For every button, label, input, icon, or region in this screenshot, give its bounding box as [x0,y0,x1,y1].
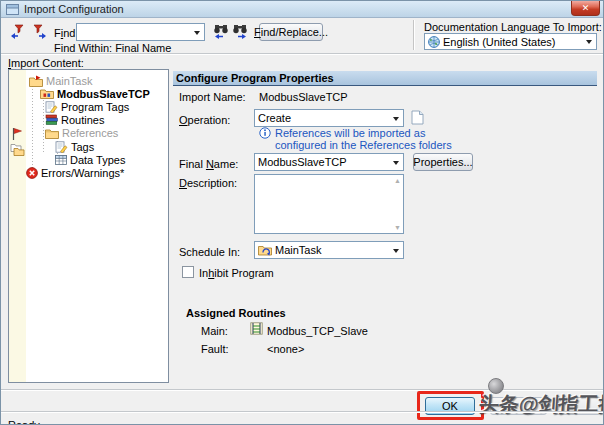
tree-item[interactable]: ModbusSlaveTCP [40,87,150,100]
ok-button[interactable]: OK [425,397,475,415]
references-info-line1: References will be imported as [275,127,425,139]
final-name-combobox[interactable]: ModbusSlaveTCP [254,153,404,171]
tree-connector [43,94,44,154]
fault-routine-label: Fault: [201,343,229,355]
title-bar: Import Configuration [1,1,603,18]
tree-item-label: References [62,127,118,139]
import-name-label: Import Name: [179,91,246,103]
tags-icon [55,141,68,153]
assigned-routines-header: Assigned Routines [186,307,286,319]
tree-margin-strip [9,70,26,382]
flag-icon[interactable] [11,127,23,143]
tree-item[interactable]: Errors/Warnings* [26,166,124,179]
chevron-down-icon[interactable] [189,24,204,40]
inhibit-program-checkbox[interactable] [182,266,194,278]
fault-routine-value: <none> [267,343,304,355]
tree-item[interactable]: Program Tags [45,100,129,113]
footer-separator [1,389,603,390]
close-button[interactable]: ✕ [571,1,600,16]
chevron-down-icon[interactable] [388,110,403,126]
operation-combobox[interactable]: Create [254,109,404,127]
properties-button[interactable]: Properties... [413,153,473,171]
doc-language-combobox[interactable]: English (United States) [424,33,597,50]
toolbar-separator [1,53,603,54]
import-configuration-dialog: Import Configuration ✕ Find: Find/Replac… [0,0,604,425]
import-tree[interactable]: MainTaskModbusSlaveTCPProgram TagsRoutin… [8,69,169,383]
scroll-down-icon[interactable]: ▼ [394,224,401,231]
import-content-label: Import Content: [8,57,84,69]
find-combobox[interactable] [76,23,205,41]
chevron-down-icon[interactable] [388,154,403,170]
watermark-text: 头条@剑指工控 [478,391,604,418]
data-types-icon [55,154,67,166]
tree-connector [32,80,33,170]
tree-item[interactable]: References [45,127,118,140]
find-next-tag-icon[interactable] [31,24,48,41]
schedule-folder-icon [258,244,272,256]
final-name-value: ModbusSlaveTCP [258,156,347,168]
find-label: Find: [54,27,78,39]
tree-item-label: Program Tags [61,101,129,113]
chevron-down-icon[interactable] [581,34,596,49]
description-textarea[interactable]: ▲ ▼ [254,174,404,234]
schedule-in-label: Schedule In: [179,246,240,258]
chevron-down-icon[interactable] [388,242,403,258]
schedule-in-combobox[interactable]: MainTask [254,241,404,259]
info-icon [259,127,271,141]
main-routine-label: Main: [201,325,228,337]
final-name-label: Final Name: [179,158,238,170]
tree-item-label: ModbusSlaveTCP [57,88,150,100]
tree-item[interactable]: Data Types [55,153,125,166]
schedule-in-value: MainTask [275,244,321,256]
operation-value: Create [258,112,291,124]
tree-item[interactable]: Routines [45,114,104,127]
tree-item-label: Tags [71,141,94,153]
program-folder-icon [40,88,54,99]
find-replace-button[interactable]: Find/Replace... [259,23,323,41]
configure-program-properties-header: Configure Program Properties [173,71,597,86]
description-label: Description: [179,177,237,189]
tree-item-label: Errors/Warnings* [41,167,124,179]
doc-language-value: English (United States) [443,36,556,48]
main-routine-value: Modbus_TCP_Slave [267,325,368,337]
import-name-value: ModbusSlaveTCP [259,91,348,103]
find-previous-icon[interactable] [213,24,229,41]
copy-folders-icon[interactable] [10,143,25,159]
error-icon [26,167,38,179]
inhibit-program-label: Inhibit Program [199,267,274,279]
program-tags-icon [45,101,58,113]
routines-icon [45,114,58,126]
toolbar-divider [413,20,414,50]
scroll-up-icon[interactable]: ▲ [394,177,401,184]
tree-item-label: Routines [61,114,104,126]
status-text: Ready [8,419,40,425]
ladder-routine-icon [250,322,263,337]
window-icon [6,4,19,15]
find-prev-tag-icon[interactable] [9,24,26,41]
references-info-line2: configured in the References folders [275,139,452,151]
task-folder-icon [29,75,43,87]
tree-item[interactable]: MainTask [29,74,92,87]
statusbar-separator [1,411,603,412]
globe-icon [428,36,440,48]
tree-item-label: MainTask [46,75,92,87]
doc-language-label: Documentation Language To Import: [424,21,602,33]
operation-label: Operation: [179,114,230,126]
tree-item[interactable]: Tags [55,140,94,153]
window-title: Import Configuration [24,3,124,15]
folder-icon [45,128,59,139]
new-document-icon[interactable] [411,110,424,127]
find-next-icon[interactable] [232,24,248,41]
tree-item-label: Data Types [70,154,125,166]
